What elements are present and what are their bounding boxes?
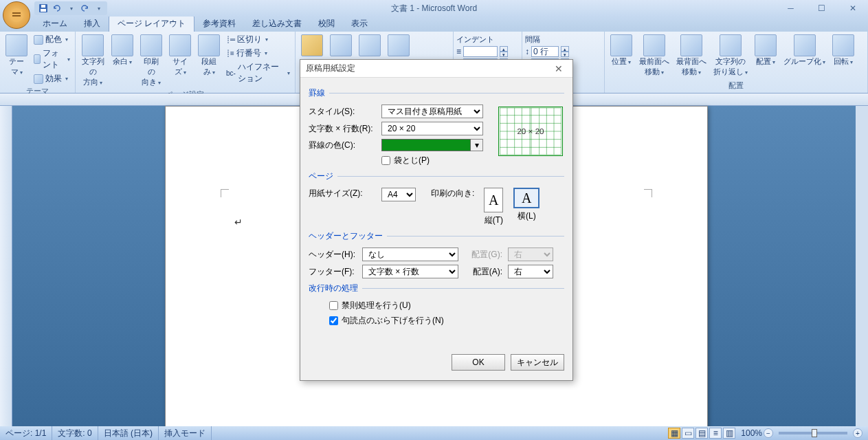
svg-text:20 × 20: 20 × 20 xyxy=(517,126,544,135)
indent-left[interactable]: ≡▴▾ xyxy=(456,46,508,57)
text-wrap-icon xyxy=(720,34,742,56)
undo-dropdown[interactable] xyxy=(65,3,77,14)
orientation-portrait[interactable]: A 縦(T) xyxy=(480,188,507,226)
footer-align-select[interactable]: 右 xyxy=(508,265,553,278)
fonts-icon xyxy=(34,54,41,64)
line-color-dropdown[interactable]: ▾ xyxy=(471,139,483,151)
chars-lines-label: 文字数 × 行数(R): xyxy=(309,123,376,135)
position-button[interactable]: 位置 xyxy=(608,33,635,68)
spacing-before[interactable]: ↕0 行▴▾ xyxy=(525,46,569,57)
margin-marker-tr xyxy=(644,189,652,197)
save-icon[interactable] xyxy=(37,3,49,14)
footer-select[interactable]: 文字数 × 行数 xyxy=(362,265,458,278)
vertical-scrollbar[interactable] xyxy=(856,106,868,426)
breaks-button[interactable]: ┊═区切り xyxy=(224,33,292,46)
theme-fonts[interactable]: フォント xyxy=(32,47,72,72)
themes-button[interactable]: テーマ xyxy=(3,33,30,78)
orientation-button[interactable]: 印刷の 向き xyxy=(137,33,165,89)
group-icon xyxy=(794,34,816,56)
rotate-button[interactable]: 回転 xyxy=(830,33,857,68)
line-color-swatch[interactable] xyxy=(381,139,471,151)
send-back-button[interactable]: 最背面へ 移動 xyxy=(674,33,709,78)
group-button[interactable]: グループ化 xyxy=(781,33,828,68)
columns-icon xyxy=(198,34,220,56)
zoom-out-button[interactable]: − xyxy=(764,428,773,438)
paper-size-select[interactable]: A4 xyxy=(381,188,416,201)
page-border-button[interactable] xyxy=(385,33,412,58)
chars-lines-select[interactable]: 20 × 20 xyxy=(381,122,483,135)
hyphenation-button[interactable]: bc‐ハイフネーション xyxy=(224,60,292,85)
margin-marker-tl xyxy=(221,189,229,197)
view-print-layout[interactable]: ▦ xyxy=(668,428,680,439)
zoom-percent[interactable]: 100% xyxy=(741,428,762,438)
status-chars[interactable]: 文字数: 0 xyxy=(52,426,98,440)
tab-page-layout[interactable]: ページ レイアウト xyxy=(109,15,194,32)
zoom-in-button[interactable]: + xyxy=(853,428,863,438)
tab-mailings[interactable]: 差し込み文書 xyxy=(244,16,310,32)
office-button[interactable] xyxy=(3,1,30,29)
zoom-thumb[interactable] xyxy=(812,429,817,437)
status-language[interactable]: 日本語 (日本) xyxy=(98,426,159,440)
minimize-button[interactable]: ─ xyxy=(775,1,806,15)
text-direction-button[interactable]: 文字列の 方向 xyxy=(78,33,107,89)
status-mode[interactable]: 挿入モード xyxy=(159,426,212,440)
fold-label: 袋とじ(P) xyxy=(394,155,430,166)
window-title: 文書 1 - Microsoft Word xyxy=(391,3,477,14)
size-icon xyxy=(169,34,191,56)
fold-checkbox[interactable] xyxy=(381,156,390,165)
margins-button[interactable]: 余白 xyxy=(109,33,136,68)
effects-icon xyxy=(34,74,43,84)
close-button[interactable]: ✕ xyxy=(837,1,868,15)
text-wrap-button[interactable]: 文字列の 折り返し xyxy=(711,33,750,78)
svg-rect-5 xyxy=(41,5,45,8)
theme-colors[interactable]: 配色 xyxy=(32,33,72,46)
section-rule: 罫線 xyxy=(309,87,564,99)
kinsoku-checkbox[interactable] xyxy=(329,301,338,310)
tab-references[interactable]: 参考資料 xyxy=(194,16,244,32)
dialog-close-button[interactable]: ✕ xyxy=(550,63,567,74)
ok-button[interactable]: OK xyxy=(452,354,505,371)
text-direction-icon xyxy=(82,34,104,56)
portrait-icon: A xyxy=(484,188,503,212)
view-draft[interactable]: ▥ xyxy=(723,428,735,439)
maximize-button[interactable]: ☐ xyxy=(806,1,837,15)
themes-icon xyxy=(5,34,27,56)
genkouyoushi-settings-dialog: 原稿用紙設定 ✕ 罫線 スタイル(S): マス目付き原稿用紙 文字数 × 行数(… xyxy=(300,59,573,381)
tab-view[interactable]: 表示 xyxy=(343,16,376,32)
tab-home[interactable]: ホーム xyxy=(34,16,76,32)
page-color-button[interactable] xyxy=(356,33,383,58)
orientation-label: 印刷の向き: xyxy=(431,188,474,199)
redo-icon[interactable] xyxy=(78,3,91,14)
arrange-group-label: 配置 xyxy=(608,80,865,91)
orientation-landscape[interactable]: A 横(L) xyxy=(513,188,540,222)
page-color-icon xyxy=(359,34,381,56)
cancel-button[interactable]: キャンセル xyxy=(511,354,564,371)
tab-insert[interactable]: 挿入 xyxy=(76,16,109,32)
hanging-checkbox[interactable] xyxy=(329,316,338,325)
header-select[interactable]: なし xyxy=(362,248,458,261)
svg-rect-4 xyxy=(41,9,46,12)
undo-icon[interactable] xyxy=(51,3,63,14)
vertical-ruler[interactable] xyxy=(0,106,12,426)
status-page[interactable]: ページ: 1/1 xyxy=(0,426,52,440)
style-select[interactable]: マス目付き原稿用紙 xyxy=(381,104,483,118)
line-numbers-button[interactable]: ┊≡行番号 xyxy=(224,47,292,60)
theme-effects[interactable]: 効果 xyxy=(32,72,72,85)
size-button[interactable]: サイズ xyxy=(166,33,194,78)
header-label: ヘッダー(H): xyxy=(309,249,357,261)
view-outline[interactable]: ≡ xyxy=(709,428,722,439)
svg-rect-2 xyxy=(12,15,21,16)
watermark-icon xyxy=(330,34,352,56)
line-color-label: 罫線の色(C): xyxy=(309,140,376,151)
bring-front-button[interactable]: 最前面へ 移動 xyxy=(636,33,672,78)
view-web-layout[interactable]: ▤ xyxy=(695,428,708,439)
qat-customize[interactable] xyxy=(92,3,104,14)
view-full-screen[interactable]: ▭ xyxy=(682,428,694,439)
tab-review[interactable]: 校閲 xyxy=(310,16,343,32)
genkouyoushi-button[interactable] xyxy=(298,33,326,58)
zoom-slider[interactable] xyxy=(779,432,847,434)
watermark-button[interactable] xyxy=(327,33,355,58)
align-button[interactable]: 配置 xyxy=(752,33,779,68)
columns-button[interactable]: 段組み xyxy=(195,33,223,78)
paper-size-label: 用紙サイズ(Z): xyxy=(309,188,376,199)
